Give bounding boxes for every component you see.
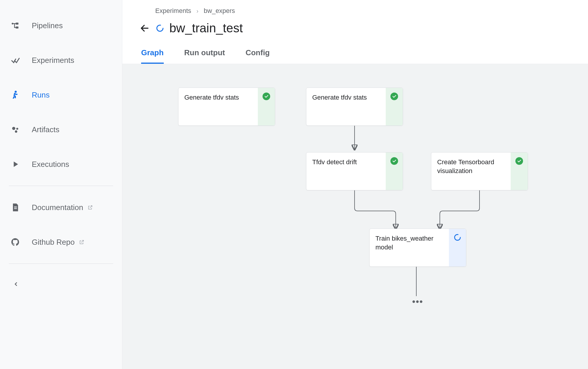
- sidebar-divider: [9, 264, 113, 264]
- external-link-icon: [88, 205, 93, 210]
- external-link-icon: [79, 239, 84, 245]
- main-content: Experiments › bw_expers bw_train_test Gr…: [122, 0, 588, 369]
- page-title: bw_train_test: [169, 21, 243, 35]
- breadcrumb-child[interactable]: bw_expers: [204, 7, 235, 15]
- svg-rect-1: [16, 23, 18, 25]
- running-status-icon: [454, 234, 461, 241]
- graph-canvas[interactable]: Generate tfdv stats Generate tfdv stats …: [122, 64, 588, 369]
- svg-point-5: [16, 128, 18, 130]
- tab-config[interactable]: Config: [245, 48, 270, 64]
- success-check-icon: [263, 93, 270, 100]
- sidebar-item-label: Executions: [32, 160, 122, 169]
- graph-node-label: Tfdv detect drift: [306, 152, 386, 190]
- graph-node-status: [511, 152, 528, 190]
- graph-node-label: Generate tfdv stats: [178, 88, 258, 125]
- tab-graph[interactable]: Graph: [141, 48, 164, 64]
- back-button[interactable]: [139, 22, 151, 34]
- tabs: Graph Run output Config: [139, 48, 572, 64]
- graph-node-label: Generate tfdv stats: [306, 88, 386, 125]
- sidebar-item-label: Github Repo: [32, 238, 122, 247]
- executions-icon: [11, 160, 20, 169]
- graph-node-generate-tfdv-stats-1[interactable]: Generate tfdv stats: [178, 88, 275, 126]
- sidebar-item-pipelines[interactable]: Pipelines: [0, 8, 122, 43]
- running-status-icon: [156, 24, 164, 32]
- documentation-icon: [11, 203, 20, 212]
- sidebar-item-runs[interactable]: Runs: [0, 78, 122, 112]
- success-check-icon: [515, 157, 523, 165]
- graph-node-label: Create Tensorboard visualization: [431, 152, 511, 190]
- more-nodes-indicator[interactable]: •••: [412, 297, 423, 307]
- title-row: bw_train_test: [139, 21, 572, 35]
- svg-rect-2: [16, 26, 18, 28]
- svg-point-0: [12, 23, 14, 24]
- tab-run-output[interactable]: Run output: [184, 48, 225, 64]
- chevron-right-icon: ›: [196, 8, 198, 14]
- graph-node-status: [449, 229, 466, 266]
- graph-node-generate-tfdv-stats-2[interactable]: Generate tfdv stats: [306, 88, 403, 126]
- graph-node-status: [386, 88, 403, 125]
- pipelines-icon: [11, 21, 20, 30]
- experiments-icon: [11, 56, 20, 65]
- graph-node-tfdv-detect-drift[interactable]: Tfdv detect drift: [306, 152, 403, 190]
- graph-node-train-bikes-weather-model[interactable]: Train bikes_weather model: [369, 229, 466, 267]
- graph-node-create-tensorboard-visualization[interactable]: Create Tensorboard visualization: [431, 152, 528, 190]
- breadcrumb: Experiments › bw_expers: [155, 7, 572, 15]
- sidebar-item-label: Runs: [32, 90, 122, 100]
- graph-node-status: [258, 88, 275, 125]
- svg-point-6: [15, 130, 17, 133]
- artifacts-icon: [11, 125, 20, 134]
- sidebar: Pipelines Experiments Runs Artifacts Exe…: [0, 0, 122, 369]
- success-check-icon: [390, 157, 398, 165]
- sidebar-item-label: Documentation: [32, 203, 122, 212]
- breadcrumb-root[interactable]: Experiments: [155, 7, 191, 15]
- sidebar-item-label: Artifacts: [32, 125, 122, 134]
- svg-point-10: [455, 234, 460, 240]
- collapse-sidebar-button[interactable]: [0, 268, 122, 300]
- sidebar-item-experiments[interactable]: Experiments: [0, 43, 122, 78]
- sidebar-item-executions[interactable]: Executions: [0, 147, 122, 182]
- sidebar-item-github[interactable]: Github Repo: [0, 225, 122, 259]
- sidebar-item-documentation[interactable]: Documentation: [0, 190, 122, 225]
- runs-icon: [11, 90, 20, 100]
- github-icon: [11, 237, 20, 247]
- graph-node-status: [386, 152, 403, 190]
- svg-point-4: [12, 127, 15, 130]
- sidebar-item-label: Pipelines: [32, 21, 122, 30]
- svg-point-3: [15, 91, 16, 93]
- svg-point-7: [157, 25, 163, 31]
- sidebar-item-label: Experiments: [32, 56, 122, 65]
- sidebar-item-artifacts[interactable]: Artifacts: [0, 112, 122, 147]
- sidebar-divider: [9, 186, 113, 186]
- success-check-icon: [390, 93, 398, 100]
- page-header: Experiments › bw_expers bw_train_test Gr…: [122, 0, 588, 64]
- graph-node-label: Train bikes_weather model: [370, 229, 449, 266]
